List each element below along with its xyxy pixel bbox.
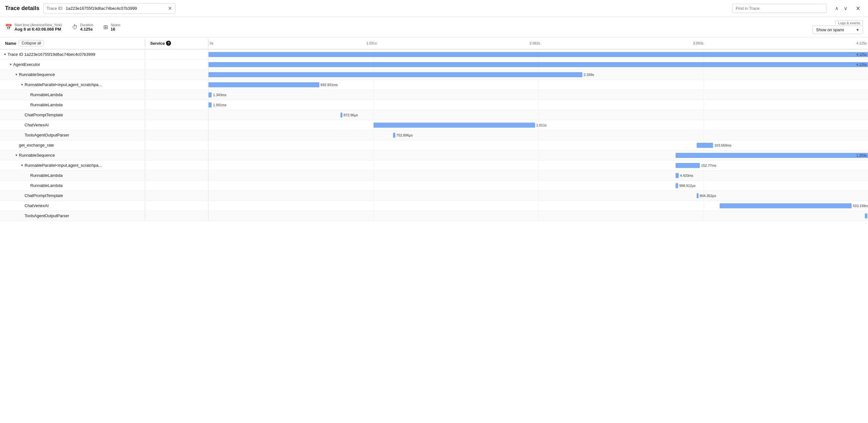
collapse-all-button[interactable]: Collapse all — [19, 40, 44, 46]
duration-label: Duration — [80, 23, 94, 27]
span-timeline-col: 1.591ms — [209, 100, 868, 110]
tick-3: 3.093s — [693, 41, 703, 45]
expand-icon[interactable]: ▼ — [20, 82, 25, 87]
table-row[interactable]: RunnableLambda1.591ms — [0, 100, 868, 110]
table-row[interactable]: ▼AgentExecutor4.125s — [0, 60, 868, 70]
table-row[interactable]: get_exchange_rate103.569ms — [0, 140, 868, 150]
page-title: Trace details — [5, 5, 39, 12]
name-column-header: Name Collapse all — [0, 40, 145, 46]
span-bar — [720, 203, 851, 208]
timeline-gridline — [538, 161, 538, 170]
row-divider-1 — [145, 80, 145, 89]
span-name-text: get_exchange_rate — [19, 143, 54, 147]
table-row[interactable]: ChatPromptTemplate804.352μs — [0, 191, 868, 201]
span-timeline-col: 103.569ms — [209, 140, 868, 150]
table-row[interactable]: RunnableLambda1.343ms — [0, 90, 868, 100]
logs-show-select[interactable]: Show on spans ▼ — [812, 26, 863, 34]
span-name-text: RunnableLambda — [30, 173, 63, 178]
service-col-label: Service — [150, 41, 165, 46]
span-bar — [209, 82, 319, 87]
nav-up-button[interactable]: ∧ — [833, 4, 841, 12]
span-bar — [865, 214, 867, 219]
span-timeline-col: 4.433ms — [209, 171, 868, 180]
clear-trace-id-button[interactable]: ✕ — [168, 5, 172, 11]
expand-icon[interactable]: ▼ — [8, 62, 13, 67]
row-divider-1 — [145, 90, 145, 100]
timeline-gridline — [703, 130, 704, 140]
table-row[interactable]: ChatVertexAI533.158ms — [0, 201, 868, 211]
start-time-label: Start time (America/New_York) — [14, 23, 62, 27]
spans-label: Spans — [111, 23, 120, 27]
expand-icon[interactable]: ▼ — [2, 52, 7, 57]
row-divider-1 — [145, 110, 145, 120]
table-row[interactable]: ▼RunnableParallel<input,agent_scratchpa.… — [0, 80, 868, 90]
table-row[interactable]: ▼RunnableSequence2.339s — [0, 70, 868, 80]
table-row[interactable]: RunnableLambda4.433ms — [0, 171, 868, 180]
span-timeline-col: 872.96μs — [209, 110, 868, 120]
span-duration-label: 692.931ms — [319, 83, 338, 87]
span-name-text: RunnableLambda — [30, 92, 63, 97]
span-name-col: RunnableLambda — [0, 183, 145, 188]
timeline-gridline — [538, 130, 538, 140]
expand-spacer — [14, 143, 19, 148]
row-divider-1 — [145, 60, 145, 69]
span-duration-label: 1.591ms — [212, 103, 226, 107]
timeline-gridline — [703, 90, 704, 100]
expand-icon[interactable]: ▼ — [14, 153, 19, 158]
span-name-col: get_exchange_rate — [0, 143, 145, 148]
span-name-col: ▼RunnableSequence — [0, 153, 145, 158]
table-header: Name Collapse all Service ? 0s 1.031s 2.… — [0, 37, 868, 50]
table-row[interactable]: ChatVertexAI1.011s — [0, 120, 868, 130]
tick-0: 0s — [210, 41, 214, 45]
tick-2: 2.062s — [530, 41, 540, 45]
span-duration-label: 1.343ms — [212, 93, 226, 97]
span-bar — [209, 72, 582, 77]
meta-bar: 📅 Start time (America/New_York) Aug 8 at… — [0, 17, 868, 37]
span-bar — [209, 103, 212, 108]
expand-icon[interactable]: ▼ — [20, 163, 25, 168]
timeline-gridline — [703, 180, 704, 190]
expand-icon[interactable]: ▼ — [14, 72, 19, 77]
timeline-gridline — [703, 120, 704, 130]
span-name-text: ChatPromptTemplate — [25, 113, 63, 117]
logs-events-label: Logs & events — [835, 20, 863, 26]
row-divider-1 — [145, 191, 145, 200]
span-duration-label: 533.158ms — [851, 204, 868, 208]
table-row[interactable]: ▼RunnableSequence1.203s — [0, 150, 868, 161]
table-row[interactable]: ChatPromptTemplate872.96μs — [0, 110, 868, 120]
span-timeline-col: 4.125s — [209, 50, 868, 59]
timeline-gridline — [703, 171, 704, 180]
trace-table: Name Collapse all Service ? 0s 1.031s 2.… — [0, 37, 868, 420]
span-name-col: RunnableLambda — [0, 173, 145, 178]
span-timeline-col: 998.912μs — [209, 180, 868, 190]
row-divider-1 — [145, 161, 145, 170]
table-row[interactable]: ToolsAgentOutputParser752.896μs — [0, 130, 868, 140]
find-in-trace-input[interactable] — [732, 4, 827, 13]
span-timeline-col: 1.343ms — [209, 90, 868, 100]
table-row[interactable]: RunnableLambda998.912μs — [0, 180, 868, 191]
timeline-gridline — [538, 80, 538, 89]
span-duration-label: 998.912μs — [678, 184, 696, 188]
logs-show-text: Show on spans — [816, 27, 853, 32]
service-column-header: Service ? — [145, 41, 208, 46]
help-icon[interactable]: ? — [166, 41, 171, 46]
row-divider-1 — [145, 130, 145, 140]
expand-spacer — [25, 173, 30, 178]
table-row[interactable]: ▼Trace ID 1a223e16755f19d6ac74bec4c07b39… — [0, 50, 868, 60]
span-name-col: ▼Trace ID 1a223e16755f19d6ac74bec4c07b39… — [0, 52, 145, 57]
nav-down-button[interactable]: ∨ — [842, 4, 849, 12]
timeline-gridline — [703, 80, 704, 89]
close-button[interactable]: ✕ — [853, 4, 863, 13]
timeline-header: 0s 1.031s 2.062s 3.093s 4.125s — [209, 41, 868, 45]
timeline-gridline — [703, 211, 704, 221]
span-bar: 4.125s — [209, 52, 868, 57]
table-row[interactable]: ▼RunnableParallel<input,agent_scratchpa.… — [0, 161, 868, 171]
span-name-text: RunnableLambda — [30, 183, 63, 188]
span-duration-label: 1.203s — [856, 153, 867, 157]
row-divider-1 — [145, 150, 145, 160]
expand-spacer — [25, 183, 30, 188]
table-row[interactable]: ToolsAgentOutputParser753.92μs — [0, 211, 868, 221]
span-name-col: RunnableLambda — [0, 92, 145, 97]
span-name-text: RunnableParallel<input,agent_scratchpa..… — [25, 82, 102, 87]
timeline-gridline — [703, 201, 704, 210]
